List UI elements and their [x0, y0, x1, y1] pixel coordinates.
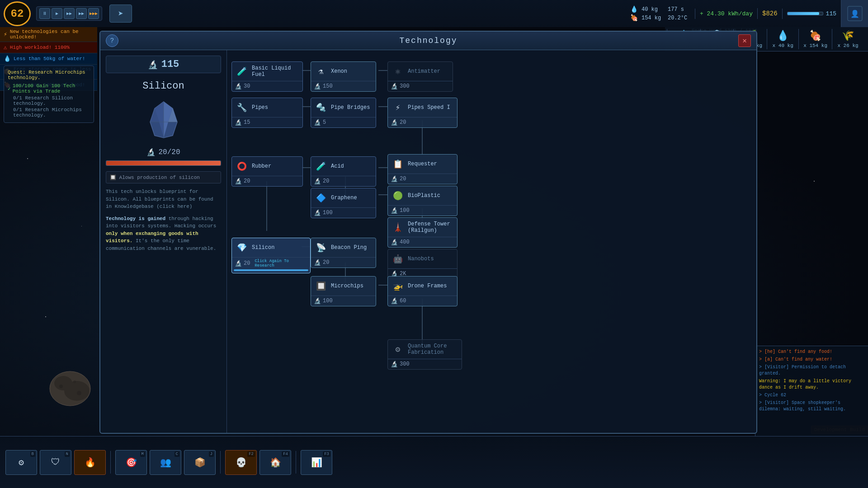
tech-node-microchips[interactable]: 🔲 Microchips 🔬 100 — [311, 276, 376, 306]
node-name-defense-tower: Defense Tower (Railgun) — [408, 221, 454, 234]
node-name-pipes: Pipes — [252, 104, 268, 111]
tech-node-acid[interactable]: 🧪 Acid 🔬 20 — [311, 156, 376, 187]
node-name-quantum-core: Quantum Core Fabrication — [408, 343, 459, 356]
tech-node-pipe-bridges[interactable]: 🔩 Pipe Bridges 🔬 5 — [311, 98, 376, 128]
toolbar-btn-target[interactable]: 🎯 M — [115, 450, 147, 475]
toolbar-btn-box[interactable]: 📦 J — [184, 450, 216, 475]
tech-node-basic-liquid-fuel[interactable]: 🧪 Basic Liquid Fuel 🔬 30 — [231, 61, 303, 92]
notif-water-text: Less than 50kg of water! — [14, 56, 85, 61]
navigate-button[interactable]: ➤ — [109, 5, 132, 23]
tech-node-quantum-core[interactable]: ⚙ Quantum Core Fabrication 🔬 300 — [387, 339, 462, 370]
star — [27, 158, 28, 159]
tech-node-beacon-ping[interactable]: 📡 Beacon Ping 🔬 20 — [311, 238, 376, 268]
temperature: 20.2°C — [668, 15, 690, 21]
tech-node-graphene[interactable]: 🔷 Graphene 🔬 100 — [311, 188, 376, 218]
tech-info-body: This tech unlocks blueprint for Silicon.… — [106, 188, 221, 252]
svg-point-6 — [73, 380, 76, 383]
chat-line-6: > [Visitor] Space shopkeeper's dilemna: … — [759, 400, 864, 413]
toolbar-btn-chart[interactable]: 📊 F3 — [301, 450, 332, 475]
node-cost-basic-liquid-fuel: 30 — [244, 83, 250, 89]
res-food: 🍖 x 154 kg — [798, 29, 832, 49]
tech-window-title: Technology — [399, 36, 457, 45]
tech-node-requester[interactable]: 📋 Requester 🔬 20 — [387, 154, 458, 184]
play-button[interactable]: ▶ — [52, 8, 62, 19]
fast-forward-button[interactable]: ▶▶ — [64, 8, 75, 19]
tech-body-text[interactable]: This tech unlocks blueprint for Silicon.… — [106, 188, 221, 211]
cycle-value: 62 — [11, 8, 24, 20]
tech-node-rubber[interactable]: ⭕ Rubber 🔬 20 — [231, 156, 303, 187]
toolbar-btn-people[interactable]: 👥 C — [150, 450, 181, 475]
node-cost-drone-frames: 60 — [400, 298, 406, 304]
cycle-counter: 62 — [4, 1, 31, 26]
tech-info-panel: 🔬 115 Silicon 🔬 20/20 — [100, 50, 227, 433]
selected-tech-name: Silicon — [142, 80, 184, 92]
food-amount: x 154 kg — [803, 43, 827, 48]
tech-tree-inner: 🧪 Basic Liquid Fuel 🔬 30 ⚗ Xenon — [231, 55, 638, 394]
tech-node-bioplastic[interactable]: 🟢 BioPlastic 🔬 100 — [387, 186, 458, 216]
chat-panel: > [he] Can't find any food! > [a] Can't … — [755, 346, 868, 436]
svg-point-5 — [59, 385, 63, 388]
toolbar-btn-shield[interactable]: 🛡 N — [40, 450, 71, 475]
node-cost-xenon: 150 — [323, 83, 333, 89]
node-name-pipes-speed-1: Pipes Speed I — [408, 104, 450, 111]
toolbar-btn-home[interactable]: 🏠 F4 — [259, 450, 291, 475]
tech-tree[interactable]: 🧪 Basic Liquid Fuel 🔬 30 ⚗ Xenon — [227, 50, 756, 433]
hud-profile[interactable]: 👤 — [841, 0, 868, 27]
tech-progress-fill — [788, 12, 819, 15]
node-name-rubber: Rubber — [252, 163, 271, 169]
notif-water[interactable]: 💧 Less than 50kg of water! — [0, 53, 97, 65]
help-button[interactable]: ? — [106, 34, 118, 47]
node-name-xenon: Xenon — [331, 68, 347, 75]
toolbar-btn-skull[interactable]: 💀 F2 — [225, 450, 257, 475]
tech-node-pipes-speed-1[interactable]: ⚡ Pipes Speed I 🔬 20 — [387, 98, 458, 128]
toolbar-btn-settings[interactable]: ⚙ B — [5, 450, 37, 475]
asteroid — [45, 366, 90, 407]
notif-tech[interactable]: ⚡ New technologies can be unlocked! — [0, 27, 97, 42]
star — [45, 316, 46, 317]
tech-node-antimatter[interactable]: ⚛ Antimatter 🔬 300 — [387, 61, 453, 92]
svg-text:👤: 👤 — [850, 9, 859, 19]
pause-button[interactable]: ⏸ — [39, 8, 50, 19]
notif-workload[interactable]: ⚠ High workload! 1100% — [0, 42, 97, 53]
close-button[interactable]: ✕ — [738, 34, 751, 47]
tech-points-display: 115 — [161, 59, 179, 70]
fastest-forward-button[interactable]: ▶▶▶ — [88, 8, 99, 19]
node-cost-graphene: 100 — [323, 210, 333, 216]
quest-item-1-text: 100/100 Gain 100 Tech Points via Trade — [13, 83, 90, 94]
water-time: 177 s — [668, 6, 690, 13]
node-cost-bioplastic: 100 — [400, 207, 410, 214]
tech-node-silicon[interactable]: 💎 Silicon 🔬 20 Click Again To Research — [231, 238, 311, 273]
money-value: $826 — [762, 10, 778, 17]
svg-point-4 — [64, 381, 90, 401]
quest-item-2-text: 0/1 Research Silicon technology. — [13, 95, 90, 106]
water-kg: 40 kg — [642, 6, 664, 13]
tech-node-defense-tower[interactable]: 🗼 Defense Tower (Railgun) 🔬 400 — [387, 217, 458, 248]
tech-node-drone-frames[interactable]: 🚁 Drone Frames 🔬 60 — [387, 276, 458, 306]
tech-node-xenon[interactable]: ⚗ Xenon 🔬 150 — [311, 61, 376, 92]
svg-point-7 — [77, 391, 81, 395]
crop-amount: x 26 kg — [837, 43, 858, 48]
quest-title: Quest: Research Microchips technology. — [8, 70, 90, 80]
tech-node-nanobots[interactable]: 🤖 Nanobots 🔬 2K — [387, 249, 458, 279]
node-cost-silicon: 20 — [244, 260, 250, 267]
node-name-requester: Requester — [408, 161, 437, 167]
faster-forward-button[interactable]: ▶▶ — [76, 8, 87, 19]
tech-titlebar: ? Technology ✕ — [100, 32, 756, 50]
tech-progress-bar — [787, 12, 823, 15]
notif-workload-text: High workload! 1100% — [10, 45, 70, 50]
node-name-nanobots: Nanobots — [408, 256, 434, 262]
tech-node-pipes[interactable]: 🔧 Pipes 🔬 15 — [231, 98, 303, 128]
res-crop: 🌾 x 26 kg — [832, 29, 863, 49]
star — [81, 226, 82, 226]
chat-line-3: > [Visitor] Permission to detach granted… — [759, 364, 864, 377]
notif-tech-text: New technologies can be unlocked! — [10, 29, 94, 40]
selected-tech-cost: 20/20 — [158, 148, 180, 156]
hud-right: 💧 40 kg 177 s 🍖 154 kg 20.2°C + 24.30 kW… — [626, 0, 868, 27]
toolbar-btn-fire[interactable]: 🔥 — [74, 450, 106, 475]
tech-body: 🔬 115 Silicon 🔬 20/20 — [100, 50, 756, 433]
tech-points-value: 115 — [826, 10, 836, 17]
node-name-acid: Acid — [331, 163, 344, 169]
tech-description-box: 🔲 Alows production of silicon — [106, 171, 221, 183]
top-hud: 62 ⏸ ▶ ▶▶ ▶▶ ▶▶▶ ➤ 💧 40 kg 177 s 🍖 154 k… — [0, 0, 868, 27]
node-cost-quantum-core: 300 — [400, 361, 410, 367]
